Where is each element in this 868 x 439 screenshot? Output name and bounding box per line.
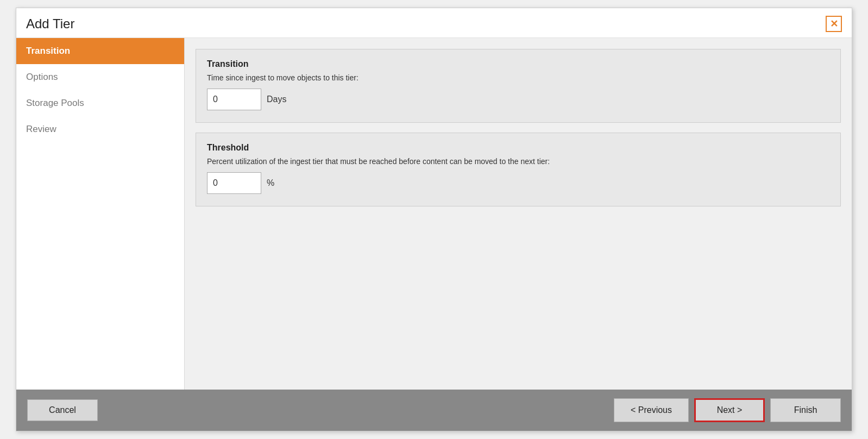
cancel-button[interactable]: Cancel [27, 399, 98, 421]
transition-section-title: Transition [207, 59, 829, 69]
main-content: Transition Time since ingest to move obj… [185, 38, 852, 390]
sidebar-item-review[interactable]: Review [16, 116, 184, 142]
threshold-section-desc: Percent utilization of the ingest tier t… [207, 157, 829, 166]
sidebar: Transition Options Storage Pools Review [16, 38, 185, 390]
threshold-input-row: % [207, 172, 829, 194]
sidebar-item-storage-pools[interactable]: Storage Pools [16, 90, 184, 116]
add-tier-dialog: Add Tier ✕ Transition Options Storage Po… [16, 8, 852, 431]
sidebar-item-options[interactable]: Options [16, 64, 184, 90]
sidebar-item-transition[interactable]: Transition [16, 38, 184, 64]
transition-days-input[interactable] [207, 89, 261, 110]
dialog-header: Add Tier ✕ [16, 8, 852, 38]
dialog-title: Add Tier [26, 16, 74, 32]
transition-section: Transition Time since ingest to move obj… [196, 49, 841, 123]
footer-right: < Previous Next > Finish [614, 398, 841, 422]
threshold-percent-input[interactable] [207, 172, 261, 194]
threshold-unit-label: % [267, 178, 274, 188]
close-button[interactable]: ✕ [826, 16, 842, 32]
previous-button[interactable]: < Previous [614, 398, 689, 422]
finish-button[interactable]: Finish [770, 398, 841, 422]
next-button[interactable]: Next > [694, 398, 765, 422]
dialog-body: Transition Options Storage Pools Review … [16, 38, 852, 390]
transition-section-desc: Time since ingest to move objects to thi… [207, 73, 829, 82]
transition-input-row: Days [207, 89, 829, 110]
threshold-section: Threshold Percent utilization of the ing… [196, 133, 841, 206]
dialog-footer: Cancel < Previous Next > Finish [16, 390, 852, 431]
transition-unit-label: Days [267, 95, 286, 104]
threshold-section-title: Threshold [207, 143, 829, 153]
